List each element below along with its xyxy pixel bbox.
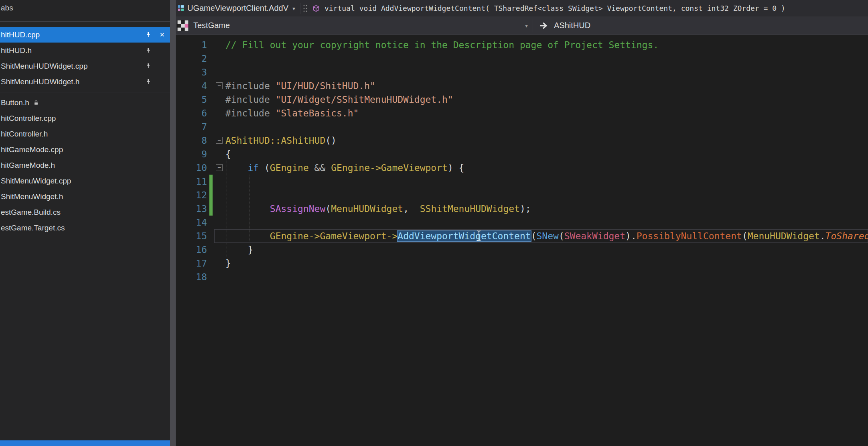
sidebar-item[interactable]: ShitMenuWidget.h xyxy=(0,189,170,204)
document-tab-label: hitController.cpp xyxy=(1,114,56,123)
line-number: 8 xyxy=(176,134,207,147)
document-tab-label: ShitMenuHUDWidget.cpp xyxy=(1,62,87,71)
sidebar-separator xyxy=(0,92,170,92)
sidebar-item[interactable]: estGame.Target.cs xyxy=(0,220,170,236)
sidebar-item[interactable]: hitGameMode.cpp xyxy=(0,142,170,157)
member-navigation-bar: UGameViewportClient.AddV ▾ virtual void … xyxy=(176,0,868,16)
close-icon[interactable]: × xyxy=(160,30,164,39)
code-text: #include "SlateBasics.h" xyxy=(225,106,359,120)
change-tracking-bar xyxy=(209,52,213,65)
code-token xyxy=(225,163,247,173)
chevron-down-icon[interactable]: ▾ xyxy=(292,5,295,12)
code-token: #include xyxy=(225,94,276,105)
code-token: AddViewportWidgetContent xyxy=(397,231,531,241)
document-tab-label: hitGameMode.h xyxy=(1,161,55,170)
code-token: && xyxy=(309,163,331,173)
code-line[interactable]: 11 xyxy=(176,175,868,188)
code-line[interactable]: 17} xyxy=(176,257,868,270)
vs-window: abs hitHUD.cpp×hitHUD.hShitMenuHUDWidget… xyxy=(0,0,868,446)
document-tab-label: hitHUD.cpp xyxy=(1,31,40,39)
document-tab-label: hitHUD.h xyxy=(1,46,32,55)
code-lines: 1// Fill out your copyright notice in th… xyxy=(176,38,868,284)
code-line[interactable]: 2 xyxy=(176,52,868,65)
code-text: } xyxy=(225,243,253,257)
code-line[interactable]: 3 xyxy=(176,65,868,79)
sidebar-item[interactable]: hitController.cpp xyxy=(0,110,170,126)
code-editor[interactable]: 1// Fill out your copyright notice in th… xyxy=(176,35,868,446)
code-line[interactable]: 8−AShitHUD::AShitHUD() xyxy=(176,134,868,147)
status-strip xyxy=(0,440,170,446)
fold-margin xyxy=(216,178,223,185)
project-dropdown[interactable]: TestGame ▾ xyxy=(176,16,533,35)
code-line[interactable]: 9{ xyxy=(176,147,868,161)
pin-icon[interactable] xyxy=(145,47,152,53)
code-token: PossiblyNullContent xyxy=(637,231,742,241)
sidebar-item[interactable]: ShitMenuWidget.cpp xyxy=(0,173,170,189)
fold-margin xyxy=(216,69,223,75)
sidebar-item[interactable]: ShitMenuHUDWidget.h xyxy=(0,74,170,90)
change-tracking-bar xyxy=(209,161,213,175)
sidebar-item[interactable]: hitHUD.h xyxy=(0,43,170,58)
code-text: // Fill out your copyright notice in the… xyxy=(225,38,659,52)
code-line[interactable]: 13 SAssignNew(MenuHUDWidget, SShitMenuHU… xyxy=(176,202,868,216)
change-tracking-bar xyxy=(209,93,213,106)
line-number: 14 xyxy=(176,216,207,229)
code-token: ( xyxy=(325,204,331,214)
line-number: 11 xyxy=(176,175,207,188)
sidebar-item[interactable]: hitController.h xyxy=(0,126,170,142)
code-token: #include xyxy=(225,81,276,91)
fold-margin xyxy=(216,219,223,226)
code-text: #include "UI/Widget/SShitMenuHUDWidget.h… xyxy=(225,93,453,106)
pin-icon[interactable] xyxy=(145,78,152,85)
code-text: if (GEngine && GEngine->GameViewport) { xyxy=(225,161,464,175)
member-dropdown[interactable]: UGameViewportClient.AddV xyxy=(187,4,288,13)
code-token: } xyxy=(225,258,231,269)
line-number: 9 xyxy=(176,147,207,161)
code-line[interactable]: 15 GEngine->GameViewport->AddViewportWid… xyxy=(176,229,868,243)
change-tracking-bar xyxy=(209,229,213,243)
sidebar-item[interactable]: estGame.Build.cs xyxy=(0,204,170,220)
member-grid-icon xyxy=(177,5,184,12)
fold-toggle[interactable]: − xyxy=(216,82,223,89)
code-line[interactable]: 12 xyxy=(176,188,868,202)
change-tracking-bar xyxy=(209,79,213,93)
pane-splitter[interactable] xyxy=(170,0,176,446)
change-tracking-bar xyxy=(209,257,213,270)
code-line[interactable]: 5#include "UI/Widget/SShitMenuHUDWidget.… xyxy=(176,93,868,106)
fold-margin xyxy=(216,96,223,103)
code-line[interactable]: 16 } xyxy=(176,243,868,257)
change-tracking-bar xyxy=(209,106,213,120)
sidebar-item[interactable]: hitGameMode.h xyxy=(0,157,170,173)
fold-margin xyxy=(216,191,223,198)
code-token: { xyxy=(225,149,231,159)
sidebar-item[interactable]: ShitMenuHUDWidget.cpp xyxy=(0,58,170,74)
code-line[interactable]: 6#include "SlateBasics.h" xyxy=(176,106,868,120)
code-token: #include xyxy=(225,108,276,118)
scope-dropdown[interactable]: AShitHUD xyxy=(533,16,590,35)
fold-toggle[interactable]: − xyxy=(216,164,223,171)
code-text: GEngine->GameViewport->AddViewportWidget… xyxy=(225,229,868,243)
code-token: "UI/Widget/SShitMenuHUDWidget.h" xyxy=(276,94,453,105)
code-line[interactable]: 10− if (GEngine && GEngine->GameViewport… xyxy=(176,161,868,175)
sidebar-item[interactable]: hitHUD.cpp× xyxy=(0,27,170,43)
fold-margin xyxy=(216,123,223,130)
sidebar-item[interactable]: Button.h xyxy=(0,95,170,110)
code-line[interactable]: 7 xyxy=(176,120,868,134)
fold-toggle[interactable]: − xyxy=(216,137,223,144)
document-tab-label: ShitMenuWidget.h xyxy=(1,192,63,201)
code-token: . xyxy=(820,231,825,241)
dots-control-icon[interactable] xyxy=(303,4,308,13)
code-token: SNew xyxy=(536,231,558,241)
line-number: 7 xyxy=(176,120,207,134)
code-text: } xyxy=(225,257,231,270)
project-label: TestGame xyxy=(193,21,230,30)
pin-icon[interactable] xyxy=(145,63,152,69)
code-line[interactable]: 4−#include "UI/HUD/ShitHUD.h" xyxy=(176,79,868,93)
code-token xyxy=(225,231,270,241)
code-line[interactable]: 18 xyxy=(176,270,868,284)
code-token: } xyxy=(225,244,253,255)
change-tracking-bar xyxy=(209,202,213,216)
pin-icon[interactable] xyxy=(145,31,152,38)
code-line[interactable]: 14 xyxy=(176,216,868,229)
code-line[interactable]: 1// Fill out your copyright notice in th… xyxy=(176,38,868,52)
